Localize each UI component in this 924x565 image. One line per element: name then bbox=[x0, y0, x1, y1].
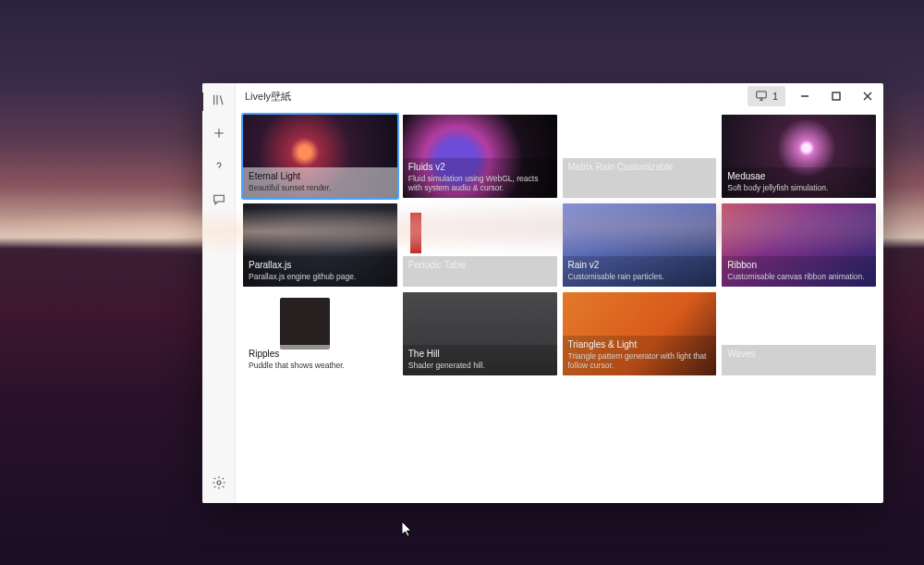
cursor-icon bbox=[401, 521, 414, 539]
titlebar: Lively壁紙 1 bbox=[236, 83, 883, 109]
tile-title: Rain v2 bbox=[568, 260, 711, 271]
app-title: Lively壁紙 bbox=[245, 90, 291, 104]
tile-caption: Fluids v2Fluid simulation using WebGL, r… bbox=[403, 158, 557, 198]
tile-title: Medusae bbox=[727, 171, 870, 182]
tile-caption: RipplesPuddle that shows weather. bbox=[243, 345, 397, 375]
close-button[interactable] bbox=[852, 83, 883, 109]
sidebar-feedback-button[interactable] bbox=[206, 189, 232, 215]
add-icon bbox=[212, 126, 226, 144]
tile-description: Customisable rain particles. bbox=[568, 272, 711, 282]
lively-window: Lively壁紙 1 bbox=[202, 83, 883, 503]
tile-caption: Periodic TableInteractive periodic table… bbox=[403, 256, 557, 287]
wallpaper-tile[interactable]: Parallax.jsParallax.js engine github pag… bbox=[243, 203, 397, 287]
tile-description: Customisable canvas ribbon animation. bbox=[727, 272, 870, 282]
monitor-icon bbox=[755, 89, 768, 104]
sidebar bbox=[202, 83, 236, 503]
tile-title: Matrix Rain Customizable bbox=[568, 162, 711, 173]
svg-rect-2 bbox=[833, 92, 840, 100]
tile-description: Soft body jellyfish simulation. bbox=[727, 183, 870, 193]
svg-rect-1 bbox=[757, 92, 767, 98]
minimize-button[interactable] bbox=[789, 83, 821, 109]
window-controls bbox=[789, 83, 883, 109]
tile-title: Fluids v2 bbox=[408, 162, 552, 173]
tile-caption: MedusaeSoft body jellyfish simulation. bbox=[722, 167, 876, 198]
help-icon bbox=[212, 159, 226, 178]
tile-title: Ripples bbox=[249, 349, 392, 360]
wallpaper-tile[interactable]: RibbonCustomisable canvas ribbon animati… bbox=[722, 203, 876, 287]
tile-caption: The HillShader generated hill. bbox=[403, 345, 557, 375]
chat-icon bbox=[212, 192, 226, 211]
wallpaper-tile[interactable]: Eternal LightBeautiful sunset render. bbox=[243, 115, 397, 198]
wallpaper-tile[interactable]: WavesThree.js wave simulation. bbox=[722, 292, 876, 375]
tile-title: Ribbon bbox=[727, 260, 870, 271]
tile-caption: Parallax.jsParallax.js engine github pag… bbox=[243, 256, 397, 287]
wallpaper-tile[interactable]: Rain v2Customisable rain particles. bbox=[563, 203, 717, 287]
svg-point-0 bbox=[217, 481, 221, 485]
tile-description: Fluid simulation using WebGL, reacts wit… bbox=[408, 174, 552, 193]
wallpaper-tile[interactable]: RipplesPuddle that shows weather. bbox=[243, 292, 397, 375]
tile-description: Interactive periodic table of elements. bbox=[408, 272, 552, 282]
settings-icon bbox=[212, 475, 226, 494]
sidebar-add-button[interactable] bbox=[206, 122, 232, 148]
wallpaper-gallery: Eternal LightBeautiful sunset render.Flu… bbox=[236, 109, 883, 383]
library-icon bbox=[212, 92, 226, 111]
main-area: Lively壁紙 1 bbox=[236, 83, 883, 503]
tile-caption: Eternal LightBeautiful sunset render. bbox=[243, 167, 397, 198]
tile-description: Shader generated hill. bbox=[408, 361, 552, 371]
tile-description: Matrix like rain animation using HTML5 C… bbox=[568, 174, 711, 193]
wallpaper-tile[interactable]: MedusaeSoft body jellyfish simulation. bbox=[722, 115, 876, 198]
tile-title: Eternal Light bbox=[249, 171, 392, 182]
maximize-button[interactable] bbox=[821, 83, 852, 109]
monitor-label: 1 bbox=[772, 91, 778, 102]
desktop-wallpaper: Lively壁紙 1 bbox=[0, 0, 924, 565]
sidebar-library-button[interactable] bbox=[206, 89, 232, 115]
tile-caption: Rain v2Customisable rain particles. bbox=[563, 256, 717, 287]
tile-caption: Triangles & LightTriangle pattern genera… bbox=[563, 336, 717, 375]
monitor-button[interactable]: 1 bbox=[748, 86, 785, 106]
wallpaper-tile[interactable]: Matrix Rain CustomizableMatrix like rain… bbox=[563, 115, 717, 198]
tile-title: Triangles & Light bbox=[568, 339, 711, 350]
wallpaper-tile[interactable]: Periodic TableInteractive periodic table… bbox=[403, 203, 557, 287]
wallpaper-tile[interactable]: The HillShader generated hill. bbox=[403, 292, 557, 375]
sidebar-help-button[interactable] bbox=[206, 155, 232, 181]
tile-title: Waves bbox=[727, 349, 870, 360]
tile-description: Parallax.js engine github page. bbox=[249, 272, 392, 282]
tile-caption: WavesThree.js wave simulation. bbox=[722, 345, 876, 375]
wallpaper-tile[interactable]: Fluids v2Fluid simulation using WebGL, r… bbox=[403, 115, 557, 198]
tile-caption: Matrix Rain CustomizableMatrix like rain… bbox=[563, 158, 717, 198]
tile-description: Three.js wave simulation. bbox=[727, 361, 870, 371]
tile-title: Periodic Table bbox=[408, 260, 552, 271]
tile-caption: RibbonCustomisable canvas ribbon animati… bbox=[722, 256, 876, 287]
tile-description: Puddle that shows weather. bbox=[249, 361, 392, 371]
wallpaper-tile[interactable]: Triangles & LightTriangle pattern genera… bbox=[563, 292, 717, 375]
tile-description: Beautiful sunset render. bbox=[249, 183, 392, 193]
tile-description: Triangle pattern generator with light th… bbox=[568, 351, 711, 371]
tile-title: Parallax.js bbox=[249, 260, 392, 271]
sidebar-settings-button[interactable] bbox=[206, 472, 232, 497]
tile-title: The Hill bbox=[408, 349, 552, 360]
